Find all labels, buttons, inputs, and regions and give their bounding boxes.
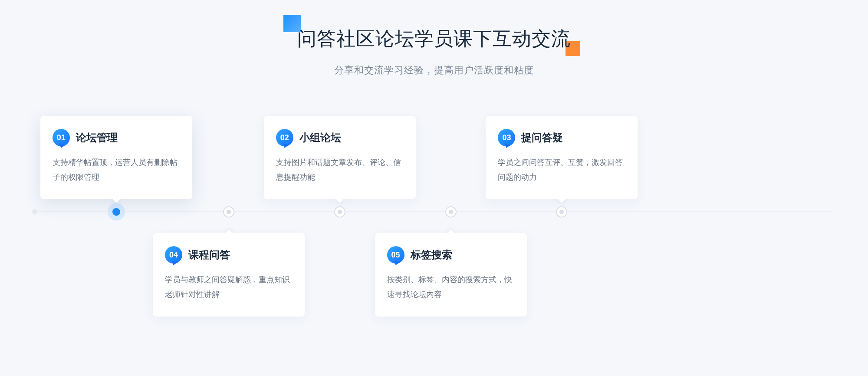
card-title: 论坛管理 — [76, 131, 118, 145]
hero-subtitle: 分享和交流学习经验，提高用户活跃度和粘度 — [0, 64, 868, 77]
badge-number: 01 — [57, 133, 66, 142]
badge-number: 02 — [280, 133, 289, 142]
pin-badge-icon: 02 — [276, 129, 293, 146]
timeline-node-1[interactable] — [108, 203, 125, 221]
pin-badge-icon: 01 — [53, 129, 70, 146]
card-title: 提问答疑 — [521, 131, 563, 145]
timeline-node-4[interactable] — [445, 206, 457, 218]
timeline-node-dot — [559, 210, 564, 214]
card-header: 03 提问答疑 — [498, 129, 625, 146]
pin-badge-icon: 03 — [498, 129, 515, 146]
card-header: 02 小组论坛 — [276, 129, 404, 146]
timeline-node-2[interactable] — [223, 206, 234, 218]
timeline-line — [35, 211, 833, 212]
badge-number: 04 — [169, 251, 178, 260]
feature-card-5[interactable]: 05 标签搜索 按类别、标签、内容的搜索方式，快速寻找论坛内容 — [375, 233, 527, 317]
feature-card-3[interactable]: 03 提问答疑 学员之间问答互评、互赞，激发回答问题的动力 — [486, 116, 638, 199]
pin-badge-icon: 04 — [165, 246, 182, 264]
timeline-node-dot — [449, 210, 453, 214]
timeline-node-dot — [227, 210, 231, 214]
hero: 问答社区论坛学员课下互动交流 分享和交流学习经验，提高用户活跃度和粘度 — [0, 0, 868, 77]
card-header: 01 论坛管理 — [53, 129, 180, 146]
card-description: 学员与教师之间答疑解惑，重点知识老师针对性讲解 — [165, 272, 293, 302]
feature-card-4[interactable]: 04 课程问答 学员与教师之间答疑解惑，重点知识老师针对性讲解 — [153, 233, 305, 317]
card-title: 标签搜索 — [411, 248, 452, 262]
timeline-node-dot — [112, 208, 120, 216]
card-title: 小组论坛 — [299, 131, 341, 145]
timeline-node-dot — [338, 210, 342, 214]
hero-title-text: 问答社区论坛学员课下互动交流 — [297, 28, 571, 49]
card-description: 按类别、标签、内容的搜索方式，快速寻找论坛内容 — [387, 272, 515, 302]
card-title: 课程问答 — [188, 248, 230, 262]
card-description: 支持图片和话题文章发布、评论、信息提醒功能 — [276, 155, 404, 185]
badge-number: 05 — [391, 251, 400, 260]
feature-card-2[interactable]: 02 小组论坛 支持图片和话题文章发布、评论、信息提醒功能 — [264, 116, 416, 199]
timeline-node-3[interactable] — [334, 206, 345, 218]
feature-card-1[interactable]: 01 论坛管理 支持精华帖置顶，运营人员有删除帖子的权限管理 — [40, 116, 192, 199]
timeline-node-5[interactable] — [556, 206, 567, 218]
badge-number: 03 — [502, 133, 511, 142]
pin-badge-icon: 05 — [387, 246, 404, 264]
card-header: 04 课程问答 — [165, 246, 293, 264]
hero-title: 问答社区论坛学员课下互动交流 — [297, 26, 571, 52]
timeline-endcap-left — [32, 209, 37, 214]
timeline: 01 论坛管理 支持精华帖置顶，运营人员有删除帖子的权限管理 02 小组论坛 支… — [35, 116, 833, 342]
card-header: 05 标签搜索 — [387, 246, 515, 264]
card-description: 学员之间问答互评、互赞，激发回答问题的动力 — [498, 155, 625, 185]
card-description: 支持精华帖置顶，运营人员有删除帖子的权限管理 — [53, 155, 180, 185]
